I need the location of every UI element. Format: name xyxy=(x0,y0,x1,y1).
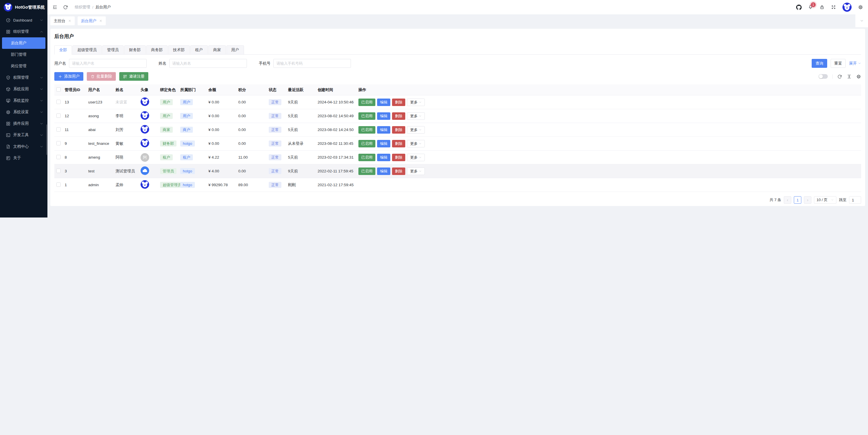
more-button[interactable]: 更多 xyxy=(407,167,425,175)
cell-name: 阿萌 xyxy=(116,155,141,160)
sidebar-item-about[interactable]: 关于 xyxy=(0,152,48,164)
chevron-down-icon xyxy=(419,128,422,131)
more-button[interactable]: 更多 xyxy=(407,140,425,147)
role-tab[interactable]: 技术部 xyxy=(168,45,190,55)
enabled-status-button[interactable]: 已启用 xyxy=(359,167,375,175)
sidebar-item-docs[interactable]: 文档中心 xyxy=(0,141,48,152)
reload-page-icon[interactable] xyxy=(63,5,68,10)
row-checkbox[interactable] xyxy=(56,127,61,132)
dept-tag: hotgo xyxy=(180,168,195,174)
role-tab[interactable]: 全部 xyxy=(54,45,72,55)
edit-button[interactable]: 编辑 xyxy=(377,98,390,106)
enabled-status-button[interactable]: 已启用 xyxy=(359,140,375,147)
more-button[interactable]: 更多 xyxy=(407,98,425,106)
cell-name: 未设置 xyxy=(116,100,141,105)
breadcrumb-parent[interactable]: 组织管理 xyxy=(75,5,90,10)
row-checkbox[interactable] xyxy=(56,114,61,118)
role-tab[interactable]: 租户 xyxy=(190,45,208,55)
row-checkbox[interactable] xyxy=(56,100,61,104)
role-tab[interactable]: 财务部 xyxy=(124,45,146,55)
row-checkbox[interactable] xyxy=(56,169,61,173)
sidebar-item-plugin[interactable]: 插件应用 xyxy=(0,118,48,129)
edit-button[interactable]: 编辑 xyxy=(377,126,390,134)
text-avatar: 阿 xyxy=(141,153,149,162)
dashboard-icon xyxy=(6,18,11,23)
close-tab-icon xyxy=(99,19,102,23)
sidebar-item-perm[interactable]: 权限管理 xyxy=(0,72,48,83)
delete-button[interactable]: 删除 xyxy=(392,126,405,134)
shield-icon xyxy=(6,75,11,80)
more-button[interactable]: 更多 xyxy=(407,126,425,134)
mobile-input[interactable] xyxy=(273,59,351,68)
role-tag: 财务部 xyxy=(160,141,177,147)
enabled-status-button[interactable]: 已启用 xyxy=(359,154,375,161)
pagination: 共 7 条 ‹ 1 › 10 / 页 跳至 xyxy=(54,196,434,204)
cell-last-active: 从未登录 xyxy=(288,141,318,146)
sidebar-item-admin-user[interactable]: 后台用户 xyxy=(2,37,45,49)
sidebar-item-dept[interactable]: 部门管理 xyxy=(0,49,48,60)
edit-button[interactable]: 编辑 xyxy=(377,154,390,161)
realname-input[interactable] xyxy=(169,59,247,68)
app-logo[interactable]: HotGo管理系统 xyxy=(0,0,48,14)
edit-button[interactable]: 编辑 xyxy=(377,140,390,147)
chevron-down-icon xyxy=(40,99,43,102)
cell-name: 刘芳 xyxy=(116,127,141,132)
edit-button[interactable]: 编辑 xyxy=(377,112,390,120)
sidebar-item-dashboard[interactable]: Dashboard xyxy=(0,14,48,26)
sidebar-item-sysset[interactable]: 系统设置 xyxy=(0,106,48,118)
enabled-status-button[interactable]: 已启用 xyxy=(359,98,375,106)
more-button[interactable]: 更多 xyxy=(407,112,425,120)
breadcrumb-current[interactable]: 后台用户 xyxy=(95,5,111,10)
column-header: 姓名 xyxy=(116,87,141,93)
role-tag: 用户 xyxy=(160,113,173,119)
role-tab[interactable]: 超级管理员 xyxy=(72,45,102,55)
sidebar-item-org[interactable]: 组织管理 xyxy=(0,26,48,37)
chevron-down-icon xyxy=(40,145,43,149)
plus-icon xyxy=(58,74,62,79)
tab-admin-user[interactable]: 后台用户 xyxy=(78,17,106,25)
cell-username: test xyxy=(88,169,116,173)
sidebar-item-post[interactable]: 岗位管理 xyxy=(0,60,48,72)
row-checkbox[interactable] xyxy=(56,155,61,159)
sidebar-item-devtool[interactable]: 开发工具 xyxy=(0,129,48,141)
chevron-down-icon xyxy=(419,101,422,104)
about-icon xyxy=(6,156,11,161)
chevron-up-icon xyxy=(40,30,43,34)
cell-name: 李明 xyxy=(116,114,141,119)
sidebar-scrollbar[interactable] xyxy=(46,124,48,155)
row-checkbox[interactable] xyxy=(56,182,61,187)
delete-button[interactable]: 删除 xyxy=(392,167,405,175)
select-all-checkbox[interactable] xyxy=(56,87,61,92)
sidebar-item-sysapp[interactable]: 系统应用 xyxy=(0,83,48,95)
add-user-button[interactable]: 添加用户 xyxy=(54,72,83,81)
row-checkbox[interactable] xyxy=(56,141,61,145)
koala-logo-icon xyxy=(4,3,12,11)
invite-register-button[interactable]: 邀请注册 xyxy=(119,72,148,81)
enabled-status-button[interactable]: 已启用 xyxy=(359,112,375,120)
sidebar-menu: Dashboard组织管理后台用户部门管理岗位管理权限管理系统应用系统监控系统设… xyxy=(0,14,48,164)
edit-button[interactable]: 编辑 xyxy=(377,167,390,175)
delete-button[interactable]: 删除 xyxy=(392,140,405,147)
collapse-sidebar-icon[interactable] xyxy=(52,5,58,10)
delete-button[interactable]: 删除 xyxy=(392,98,405,106)
role-tab[interactable]: 用户 xyxy=(226,45,244,55)
cell-admin-id: 8 xyxy=(65,155,88,159)
role-tab[interactable]: 商务部 xyxy=(146,45,168,55)
cell-last-active: 9天前 xyxy=(288,169,318,174)
delete-button[interactable]: 删除 xyxy=(392,112,405,120)
role-tab[interactable]: 商家 xyxy=(208,45,226,55)
cell-admin-id: 13 xyxy=(65,100,88,104)
delete-button[interactable]: 删除 xyxy=(392,154,405,161)
role-tab[interactable]: 管理员 xyxy=(102,45,124,55)
sidebar-item-sysmon[interactable]: 系统监控 xyxy=(0,95,48,106)
cell-points: 0.00 xyxy=(238,169,269,173)
enabled-status-button[interactable]: 已启用 xyxy=(359,126,375,134)
batch-delete-button[interactable]: 批量删除 xyxy=(87,72,116,81)
cell-admin-id: 3 xyxy=(65,169,88,173)
more-button[interactable]: 更多 xyxy=(407,154,425,161)
tab-console[interactable]: 主控台 xyxy=(50,17,75,25)
username-input[interactable] xyxy=(69,59,147,68)
column-header: 操作 xyxy=(359,87,434,93)
monitor-icon xyxy=(6,98,11,103)
column-header: 积分 xyxy=(238,87,269,93)
